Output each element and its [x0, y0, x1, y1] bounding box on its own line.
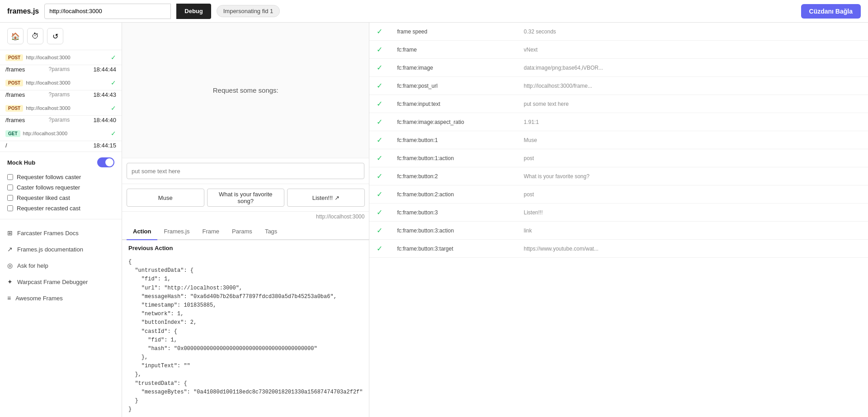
validation-value: vNext [516, 41, 868, 59]
table-row: ✓ fc:frame:button:1:action post [369, 149, 868, 167]
home-icon-button[interactable]: 🏠 [7, 28, 24, 44]
status-check-icon: ✓ [369, 185, 390, 204]
mock-hub-header: Mock Hub [7, 157, 114, 167]
validation-key: fc:frame:image:aspect_ratio [390, 113, 516, 131]
list-icon: ≡ [7, 294, 11, 302]
table-row: ✓ fc:frame:button:3:action link [369, 222, 868, 240]
table-row[interactable]: POST http://localhost:3000 ✓ [0, 76, 122, 90]
frame-button-listen[interactable]: Listen!!! ↗ [287, 189, 365, 207]
tab-action[interactable]: Action [127, 223, 157, 240]
validation-value: link [516, 222, 868, 240]
logo: frames.js [7, 7, 39, 15]
wallet-button[interactable]: Cüzdanı Bağla [801, 4, 861, 19]
method-badge: POST [5, 105, 23, 112]
validation-value: https://www.youtube.com/wat... [516, 240, 868, 258]
table-row[interactable]: POST http://localhost:3000 ✓ [0, 50, 122, 65]
debug-button[interactable]: Debug [176, 4, 211, 19]
frame-text-input[interactable] [127, 163, 364, 179]
checkbox-input[interactable] [7, 174, 13, 180]
status-check-icon: ✓ [369, 59, 390, 77]
history-icon-button[interactable]: ⏱ [27, 28, 43, 44]
status-check-icon: ✓ [369, 149, 390, 167]
checkbox-requester-recasted[interactable]: Requester recasted cast [7, 203, 114, 213]
validation-key: fc:frame:post_url [390, 77, 516, 95]
code-area: { "untrustedData": { "fid": 1, "url": "h… [122, 253, 369, 417]
help-icon: ◎ [7, 262, 13, 269]
validation-value: 1.91:1 [516, 113, 868, 131]
table-row: ✓ fc:frame:input:text put some text here [369, 95, 868, 113]
sidebar-item-farcaster-frames-docs[interactable]: ⊞ Farcaster Frames Docs [0, 225, 122, 241]
request-detail-row: / 18:44:15 [0, 141, 122, 152]
request-list: POST http://localhost:3000 ✓ /frames ?pa… [0, 50, 122, 152]
tab-params[interactable]: Params [226, 223, 259, 240]
right-panel: ✓ frame speed 0.32 seconds ✓ fc:frame vN… [369, 23, 868, 417]
validation-value: 0.32 seconds [516, 23, 868, 41]
frame-button-muse[interactable]: Muse [127, 189, 204, 207]
validation-key: fc:frame:button:3:action [390, 222, 516, 240]
sidebar-item-label: Awesome Frames [15, 295, 63, 302]
url-input[interactable] [44, 4, 171, 19]
request-detail-row: /frames ?params 18:44:44 [0, 65, 122, 76]
tab-frame[interactable]: Frame [196, 223, 226, 240]
status-check-icon: ✓ [111, 130, 116, 137]
table-row: ✓ fc:frame:button:3:target https://www.y… [369, 240, 868, 258]
main-layout: 🏠 ⏱ ↺ POST http://localhost:3000 ✓ /fram… [0, 23, 868, 417]
tab-framesjs[interactable]: Frames.js [157, 223, 196, 240]
validation-key: fc:frame:input:text [390, 95, 516, 113]
checkbox-input[interactable] [7, 185, 13, 190]
request-detail-row: /frames ?params 18:44:43 [0, 90, 122, 101]
impersonate-badge[interactable]: Impersonating fid 1 [217, 5, 280, 17]
validation-key: fc:frame:button:3:target [390, 240, 516, 258]
sidebar-icon-bar: 🏠 ⏱ ↺ [0, 23, 122, 50]
status-check-icon: ✓ [369, 23, 390, 41]
status-check-icon: ✓ [369, 167, 390, 185]
table-row[interactable]: GET http://localhost:3000 ✓ [0, 126, 122, 141]
validation-key: fc:frame:button:3 [390, 204, 516, 222]
checkbox-input[interactable] [7, 205, 13, 211]
request-path: /frames [5, 117, 25, 123]
sidebar-item-framesjs-docs[interactable]: ↗ Frames.js documentation [0, 241, 122, 257]
refresh-icon-button[interactable]: ↺ [47, 28, 63, 44]
previous-action-title: Previous Action [122, 240, 369, 253]
table-row: ✓ fc:frame:button:3 Listen!!! [369, 204, 868, 222]
sidebar-item-ask-for-help[interactable]: ◎ Ask for help [0, 257, 122, 274]
checkbox-label: Requester liked cast [17, 194, 70, 201]
validation-value: put some text here [516, 95, 868, 113]
sidebar-item-label: Warpcast Frame Debugger [17, 279, 88, 285]
sidebar-nav: ⊞ Farcaster Frames Docs ↗ Frames.js docu… [0, 219, 122, 312]
table-row: ✓ fc:frame vNext [369, 41, 868, 59]
request-params: ?params [49, 66, 70, 73]
validation-key: fc:frame:button:1 [390, 131, 516, 149]
request-url: http://localhost:3000 [23, 131, 108, 136]
status-check-icon: ✓ [111, 79, 116, 86]
validation-key: frame speed [390, 23, 516, 41]
request-time: 18:44:43 [93, 91, 116, 98]
validation-key: fc:frame:button:2 [390, 167, 516, 185]
table-row: ✓ fc:frame:button:2:action post [369, 185, 868, 204]
table-row: ✓ fc:frame:image data:image/png;base64,i… [369, 59, 868, 77]
status-check-icon: ✓ [369, 204, 390, 222]
sidebar-item-awesome-frames[interactable]: ≡ Awesome Frames [0, 290, 122, 306]
request-url: http://localhost:3000 [26, 55, 108, 60]
checkbox-input[interactable] [7, 195, 13, 201]
request-url: http://localhost:3000 [26, 105, 108, 111]
external-link-icon: ↗ [7, 246, 13, 253]
checkbox-requester-liked[interactable]: Requester liked cast [7, 193, 114, 203]
tab-tags[interactable]: Tags [259, 223, 283, 240]
table-row[interactable]: POST http://localhost:3000 ✓ [0, 101, 122, 116]
request-path: /frames [5, 91, 25, 98]
validation-value: Listen!!! [516, 204, 868, 222]
status-check-icon: ✓ [111, 54, 116, 61]
sidebar-item-warpcast-debugger[interactable]: ✦ Warpcast Frame Debugger [0, 274, 122, 290]
frame-button-favorite-song[interactable]: What is your favorite song? [207, 189, 285, 207]
validation-table: ✓ frame speed 0.32 seconds ✓ fc:frame vN… [369, 23, 868, 258]
status-check-icon: ✓ [369, 113, 390, 131]
checkbox-caster-follows-requester[interactable]: Caster follows requester [7, 182, 114, 193]
checkbox-requester-follows-caster[interactable]: Requester follows caster [7, 172, 114, 182]
status-check-icon: ✓ [369, 222, 390, 240]
request-time: 18:44:15 [93, 142, 116, 149]
validation-value: Muse [516, 131, 868, 149]
mock-hub-toggle[interactable] [97, 157, 114, 167]
frame-buttons: Muse What is your favorite song? Listen!… [122, 184, 369, 212]
request-params: ?params [49, 91, 70, 98]
